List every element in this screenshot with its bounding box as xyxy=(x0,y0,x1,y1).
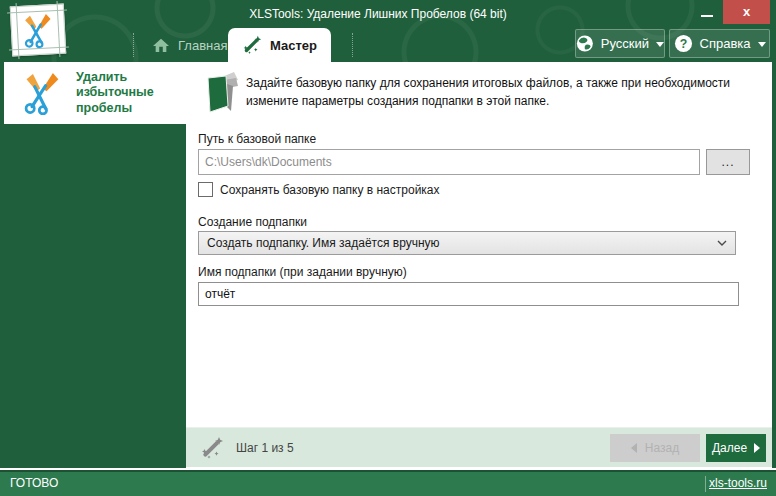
sidebar-title: Удалить избыточные пробелы xyxy=(76,70,176,117)
tab-home-label: Главная xyxy=(178,38,227,53)
close-button[interactable]: x xyxy=(723,0,770,24)
book-icon xyxy=(200,69,240,115)
browse-button[interactable]: ... xyxy=(706,149,750,175)
save-settings-row[interactable]: Сохранять базовую папку в настройках xyxy=(198,182,440,197)
language-label: Русский xyxy=(601,36,649,51)
scissors-icon xyxy=(22,71,62,115)
chevron-down-icon xyxy=(656,42,664,47)
website-link[interactable]: xls-tools.ru xyxy=(709,472,767,495)
tab-separator xyxy=(352,33,353,57)
header: XLSTools: Удаление Лишних Пробелов (64 b… xyxy=(0,0,776,62)
base-path-input[interactable] xyxy=(198,149,700,175)
step-description: Задайте базовую папку для сохранения ито… xyxy=(246,74,754,110)
language-button[interactable]: Русский xyxy=(575,29,665,58)
main-content: Задайте базовую папку для сохранения ито… xyxy=(186,62,772,427)
step-indicator: Шаг 1 из 5 xyxy=(236,428,294,468)
wizard-footer: Шаг 1 из 5 Назад Далее xyxy=(186,427,772,467)
wand-icon xyxy=(242,35,262,55)
next-button[interactable]: Далее xyxy=(706,434,766,462)
help-label: Справка xyxy=(700,36,751,51)
base-path-label: Путь к базовой папке xyxy=(198,132,316,146)
minimize-icon xyxy=(701,15,713,17)
subfolder-name-input[interactable] xyxy=(198,282,739,306)
window-border-right xyxy=(772,62,776,468)
subfolder-mode-value: Создать подпапку. Имя задаётся вручную xyxy=(207,236,440,250)
globe-icon xyxy=(576,34,594,53)
tab-home[interactable]: Главная xyxy=(138,28,241,62)
window-title: XLSTools: Удаление Лишних Пробелов (64 b… xyxy=(90,0,666,28)
sidebar-panel xyxy=(4,124,186,468)
question-icon xyxy=(674,34,693,53)
back-button-label: Назад xyxy=(645,441,679,455)
status-separator xyxy=(705,476,706,492)
subfolder-mode-label: Создание подпапки xyxy=(198,215,307,229)
scissors-icon xyxy=(21,12,55,49)
subfolder-name-label: Имя подпапки (при задании вручную) xyxy=(198,265,407,279)
chevron-down-icon xyxy=(717,240,727,246)
save-settings-checkbox[interactable] xyxy=(198,182,213,197)
status-bar: ГОТОВО xls-tools.ru xyxy=(0,470,776,496)
tab-master-label: Мастер xyxy=(270,38,317,53)
tab-separator xyxy=(133,33,134,57)
minimize-button[interactable] xyxy=(694,0,720,24)
app-logo xyxy=(10,4,67,57)
wand-icon xyxy=(200,436,224,460)
back-button[interactable]: Назад xyxy=(610,434,700,462)
arrow-right-icon xyxy=(754,443,760,453)
arrow-left-icon xyxy=(631,443,637,453)
status-text: ГОТОВО xyxy=(10,472,58,495)
app-window: XLSTools: Удаление Лишних Пробелов (64 b… xyxy=(0,0,776,496)
help-button[interactable]: Справка xyxy=(669,29,770,58)
home-icon xyxy=(152,37,170,53)
save-settings-label: Сохранять базовую папку в настройках xyxy=(220,183,440,197)
subfolder-mode-select[interactable]: Создать подпапку. Имя задаётся вручную xyxy=(198,231,736,255)
chevron-down-icon xyxy=(758,42,766,47)
sidebar-header: Удалить избыточные пробелы xyxy=(4,62,186,124)
tab-master[interactable]: Мастер xyxy=(228,28,331,62)
next-button-label: Далее xyxy=(712,441,747,455)
